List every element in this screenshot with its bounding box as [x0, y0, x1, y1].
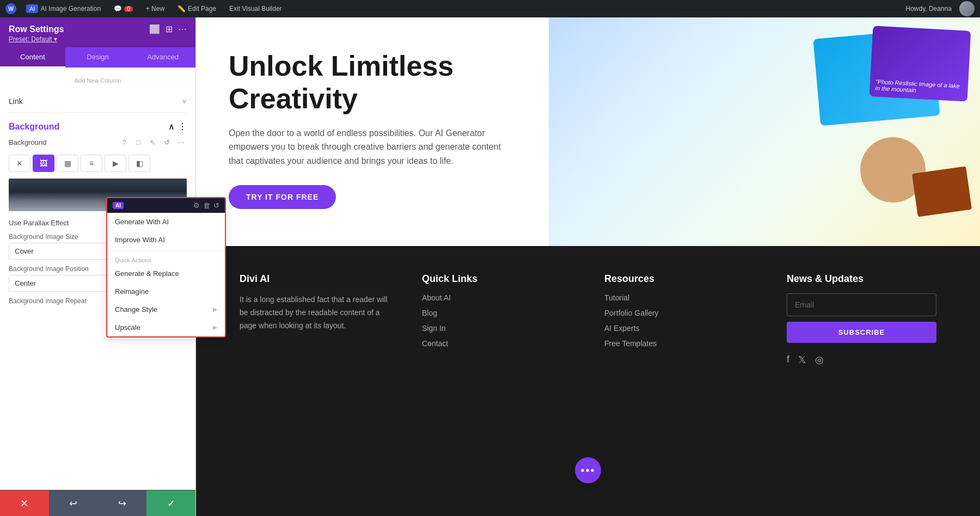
- panel-icon-columns[interactable]: ⊞: [166, 24, 173, 34]
- panel-icon-expand[interactable]: ⬜: [149, 24, 160, 34]
- hero-cta-button[interactable]: TRY IT FOR FREE: [229, 185, 336, 209]
- ai-image-generation-link[interactable]: AI AI Image Generation: [23, 4, 104, 13]
- change-style-item[interactable]: Change Style ▶: [107, 300, 225, 318]
- hero-title: Unlock Limitless Creativity: [229, 50, 512, 115]
- admin-bar-right: Howdy, Deanna: [903, 1, 975, 16]
- footer-divi-ai-desc: It is a long established fact that a rea…: [240, 293, 389, 332]
- exit-visual-builder-link[interactable]: Exit Visual Builder: [226, 5, 285, 13]
- redo-button[interactable]: ↪: [98, 490, 147, 516]
- add-new-column-hint: Add New Column: [9, 74, 187, 90]
- hero-section: Unlock Limitless Creativity Open the doo…: [196, 17, 980, 246]
- footer-divi-ai-title: Divi AI: [240, 273, 389, 285]
- bg-device-icon[interactable]: □: [132, 136, 144, 148]
- panel-tabs: Content Design Advanced: [0, 47, 195, 67]
- left-panel: Row Settings ⬜ ⊞ ⋯ Preset: Default ▾ Con…: [0, 17, 196, 516]
- collage-card-2: "Photo Reslistic Image of a lake in the …: [869, 26, 971, 101]
- bg-type-none[interactable]: ✕: [9, 155, 30, 172]
- bg-more-icon[interactable]: ⋮: [178, 121, 187, 132]
- ai-quick-actions-label: Quick Actions: [107, 254, 225, 265]
- footer-link-ai-experts[interactable]: AI Experts: [604, 324, 754, 333]
- footer-link-tutorial[interactable]: Tutorial: [604, 293, 754, 302]
- subscribe-button[interactable]: SUBSCRIBE: [787, 322, 936, 343]
- tab-content[interactable]: Content: [0, 47, 65, 67]
- background-row: Background ? □ ↖ ↺ ⋯: [9, 136, 187, 148]
- ai-badge: AI: [26, 4, 38, 13]
- generate-replace-item[interactable]: Generate & Replace: [107, 265, 225, 282]
- footer-link-free-templates[interactable]: Free Templates: [604, 339, 754, 348]
- footer-quick-links-title: Quick Links: [422, 273, 572, 285]
- comments-link[interactable]: 💬 0: [111, 5, 136, 13]
- bg-reset-icon[interactable]: ↺: [161, 136, 173, 148]
- email-input[interactable]: [787, 293, 936, 316]
- bg-type-pattern[interactable]: ≡: [81, 155, 102, 172]
- wordpress-icon[interactable]: W: [5, 3, 16, 14]
- panel-preset[interactable]: Preset: Default ▾: [9, 35, 187, 43]
- footer-resources-title: Resources: [604, 273, 754, 285]
- generate-with-ai-item[interactable]: Generate With AI: [107, 213, 225, 231]
- fab-button[interactable]: •••: [575, 457, 601, 483]
- reimagine-item[interactable]: Reimagine: [107, 282, 225, 300]
- bg-type-video[interactable]: ▶: [105, 155, 126, 172]
- bg-type-buttons: ✕ 🖼 ▦ ≡ ▶ ◧: [9, 155, 187, 172]
- ai-context-menu: AI ⚙ 🗑 ↺ Generate With AI Improve With A…: [106, 197, 226, 337]
- footer-link-sign-in[interactable]: Sign In: [422, 324, 572, 333]
- bottom-toolbar: ✕ ↩ ↪ ✓: [0, 490, 195, 516]
- bg-type-mask[interactable]: ◧: [128, 155, 150, 172]
- hero-description: Open the door to a world of endless poss…: [229, 126, 512, 168]
- bg-dots-icon[interactable]: ⋯: [175, 136, 187, 148]
- fab-dots-icon: •••: [580, 464, 595, 477]
- footer-col-divi-ai: Divi AI It is a long established fact th…: [240, 273, 389, 332]
- panel-header: Row Settings ⬜ ⊞ ⋯ Preset: Default ▾: [0, 17, 195, 47]
- bg-type-image[interactable]: 🖼: [33, 155, 54, 172]
- undo-button[interactable]: ↩: [49, 490, 98, 516]
- bg-cursor-icon[interactable]: ↖: [146, 136, 158, 148]
- change-style-arrow-icon: ▶: [213, 306, 217, 313]
- link-chevron-icon: ∨: [182, 97, 187, 105]
- comment-icon: 💬: [114, 5, 122, 13]
- footer-col-resources: Resources Tutorial Portfolio Gallery AI …: [604, 273, 754, 354]
- ai-trash-icon[interactable]: 🗑: [203, 201, 210, 210]
- background-controls: ∧ ⋮: [168, 121, 187, 132]
- footer-link-contact[interactable]: Contact: [422, 339, 572, 348]
- ai-menu-divider: [107, 251, 225, 251]
- panel-title: Row Settings: [9, 24, 64, 34]
- bg-type-gradient[interactable]: ▦: [57, 155, 78, 172]
- new-link[interactable]: + New: [143, 5, 168, 13]
- admin-bar: W AI AI Image Generation 💬 0 + New ✏️ Ed…: [0, 0, 980, 17]
- footer-col-quick-links: Quick Links About AI Blog Sign In Contac…: [422, 273, 572, 354]
- panel-icon-more[interactable]: ⋯: [178, 24, 187, 34]
- improve-with-ai-item[interactable]: Improve With AI: [107, 231, 225, 249]
- bg-expand-icon[interactable]: ∧: [168, 121, 175, 132]
- footer-news-title: News & Updates: [787, 273, 936, 285]
- cancel-button[interactable]: ✕: [0, 490, 49, 516]
- edit-page-link[interactable]: ✏️ Edit Page: [174, 5, 219, 13]
- bg-help-icon[interactable]: ?: [118, 136, 130, 148]
- background-title: Background: [9, 122, 59, 132]
- ai-settings-icon[interactable]: ⚙: [193, 201, 200, 210]
- footer-col-news: News & Updates SUBSCRIBE f 𝕏 ◎: [787, 273, 936, 366]
- collage-rect: [912, 166, 972, 217]
- ai-menu-header-icons: ⚙ 🗑 ↺: [193, 201, 219, 210]
- right-content: Unlock Limitless Creativity Open the doo…: [196, 17, 980, 516]
- hero-collage: "Photo Reslistic Image of a lake in the …: [549, 17, 980, 246]
- hero-right: "Photo Reslistic Image of a lake in the …: [549, 17, 980, 246]
- avatar: [959, 1, 975, 16]
- ai-menu-header: AI ⚙ 🗑 ↺: [107, 198, 225, 213]
- social-icons: f 𝕏 ◎: [787, 354, 936, 366]
- footer-link-blog[interactable]: Blog: [422, 309, 572, 317]
- upscale-item[interactable]: Upscale ▶: [107, 318, 225, 336]
- tab-advanced[interactable]: Advanced: [130, 47, 195, 67]
- instagram-icon[interactable]: ◎: [815, 354, 824, 366]
- footer-link-portfolio[interactable]: Portfolio Gallery: [604, 309, 754, 317]
- ai-reset-icon[interactable]: ↺: [213, 201, 219, 210]
- tab-design[interactable]: Design: [65, 47, 131, 67]
- facebook-icon[interactable]: f: [787, 354, 789, 366]
- hero-left: Unlock Limitless Creativity Open the doo…: [229, 50, 534, 213]
- ai-menu-icon: AI: [113, 202, 124, 209]
- background-section-header: Background ∧ ⋮: [9, 121, 187, 132]
- footer-link-about-ai[interactable]: About AI: [422, 293, 572, 302]
- bg-row-icons: ? □ ↖ ↺ ⋯: [118, 136, 187, 148]
- save-button[interactable]: ✓: [146, 490, 195, 516]
- twitter-icon[interactable]: 𝕏: [798, 354, 806, 366]
- link-section[interactable]: Link ∨: [9, 90, 187, 113]
